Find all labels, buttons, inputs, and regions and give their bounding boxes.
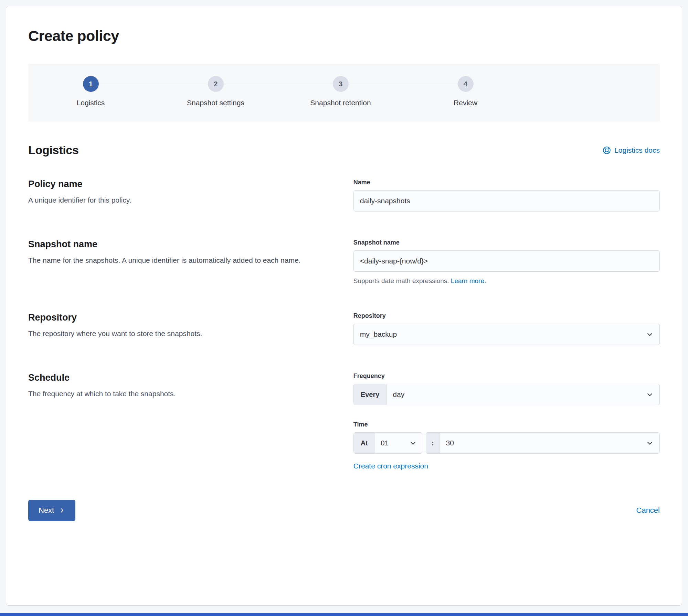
step-connector [28, 84, 83, 84]
chevron-right-icon [59, 507, 65, 514]
step-connector [99, 84, 154, 84]
step-connector [403, 84, 458, 84]
logistics-docs-link[interactable]: Logistics docs [603, 146, 660, 154]
step-snapshot-retention[interactable]: 3 Snapshot retention [278, 76, 403, 107]
chevron-down-icon [410, 440, 416, 446]
step-review[interactable]: 4 Review [403, 76, 528, 107]
step-track: 4 [403, 76, 528, 92]
time-field-label: Time [353, 421, 660, 428]
snapshot-name-heading: Snapshot name [28, 239, 331, 250]
create-cron-expression-link[interactable]: Create cron expression [353, 462, 428, 470]
policy-name-description: Policy name A unique identifier for this… [28, 179, 331, 212]
step-connector [278, 84, 333, 84]
page: Create policy 1 Logistics 2 Snapshot set… [0, 0, 688, 613]
learn-more-link[interactable]: Learn more. [451, 277, 486, 284]
chevron-down-icon [646, 331, 659, 338]
page-title: Create policy [28, 28, 660, 44]
snapshot-name-description: Snapshot name The name for the snapshots… [28, 239, 331, 285]
section-header: Logistics Logistics docs [28, 143, 660, 157]
wizard-footer: Next Cancel [28, 500, 660, 521]
name-field-label: Name [353, 179, 660, 186]
next-button[interactable]: Next [28, 500, 75, 521]
schedule-description: Schedule The frequency at which to take … [28, 372, 331, 470]
step-number-badge: 1 [83, 76, 99, 92]
hour-select[interactable]: At 01 [353, 432, 422, 454]
repository-desc-text: The repository where you want to store t… [28, 328, 331, 339]
frequency-field-label: Frequency [353, 372, 660, 380]
step-connector [474, 84, 528, 84]
time-row: At 01 : 30 [353, 432, 660, 454]
step-label: Logistics [28, 99, 153, 107]
step-connector [224, 84, 278, 84]
chevron-down-icon [646, 391, 659, 398]
name-input-control [353, 190, 660, 212]
schedule-row: Schedule The frequency at which to take … [28, 372, 660, 470]
snapshot-name-desc-text: The name for the snapshots. A unique ide… [28, 255, 331, 266]
hour-select-inner: 01 [375, 439, 422, 447]
hour-select-value: 01 [381, 439, 389, 447]
step-number-badge: 4 [458, 76, 474, 92]
frequency-select-value: day [387, 390, 646, 399]
help-icon [603, 146, 611, 154]
repository-field-label: Repository [353, 312, 660, 320]
next-button-label: Next [39, 506, 54, 515]
time-prepend: At [354, 433, 375, 453]
repository-fields: Repository my_backup [353, 312, 660, 345]
policy-name-input[interactable] [354, 191, 659, 211]
step-logistics[interactable]: 1 Logistics [28, 76, 153, 107]
logistics-docs-label: Logistics docs [614, 146, 660, 154]
create-policy-panel: Create policy 1 Logistics 2 Snapshot set… [6, 6, 682, 606]
step-track: 3 [278, 76, 403, 92]
snapshot-name-field-label: Snapshot name [353, 239, 660, 246]
repository-description: Repository The repository where you want… [28, 312, 331, 345]
schedule-desc-text: The frequency at which to take the snaps… [28, 389, 331, 399]
step-connector [349, 84, 403, 84]
snapshot-name-input-control [353, 250, 660, 272]
step-track: 2 [153, 76, 278, 92]
step-snapshot-settings[interactable]: 2 Snapshot settings [153, 76, 278, 107]
repository-row: Repository The repository where you want… [28, 312, 660, 345]
repository-select[interactable]: my_backup [353, 324, 660, 345]
cancel-link[interactable]: Cancel [636, 506, 660, 515]
snapshot-name-help-text: Supports date math expressions. [353, 277, 449, 284]
step-label: Review [403, 99, 528, 107]
schedule-heading: Schedule [28, 372, 331, 383]
policy-name-fields: Name [353, 179, 660, 212]
minute-select-value: 30 [440, 439, 646, 447]
snapshot-name-help: Supports date math expressions. Learn mo… [353, 277, 660, 285]
frequency-prepend: Every [354, 384, 387, 405]
stepper: 1 Logistics 2 Snapshot settings 3 [28, 64, 660, 121]
snapshot-name-fields: Snapshot name Supports date math express… [353, 239, 660, 285]
repository-heading: Repository [28, 312, 331, 323]
step-connector [153, 84, 208, 84]
policy-name-row: Policy name A unique identifier for this… [28, 179, 660, 212]
schedule-fields: Frequency Every day Time At 01 [353, 372, 660, 470]
step-label: Snapshot settings [153, 99, 278, 107]
policy-name-heading: Policy name [28, 179, 331, 190]
step-label: Snapshot retention [278, 99, 403, 107]
section-title: Logistics [28, 143, 79, 157]
step-track: 1 [28, 76, 153, 92]
chevron-down-icon [646, 440, 659, 446]
step-number-badge: 3 [333, 76, 349, 92]
step-number-badge: 2 [208, 76, 224, 92]
minute-select[interactable]: : 30 [426, 432, 660, 454]
frequency-select[interactable]: Every day [353, 384, 660, 405]
bottom-bar [0, 613, 688, 616]
cron-link-row: Create cron expression [353, 462, 660, 470]
time-separator: : [426, 433, 440, 453]
snapshot-name-input[interactable] [354, 251, 659, 271]
repository-select-value: my_backup [354, 330, 646, 338]
snapshot-name-row: Snapshot name The name for the snapshots… [28, 239, 660, 285]
policy-name-desc-text: A unique identifier for this policy. [28, 195, 331, 205]
